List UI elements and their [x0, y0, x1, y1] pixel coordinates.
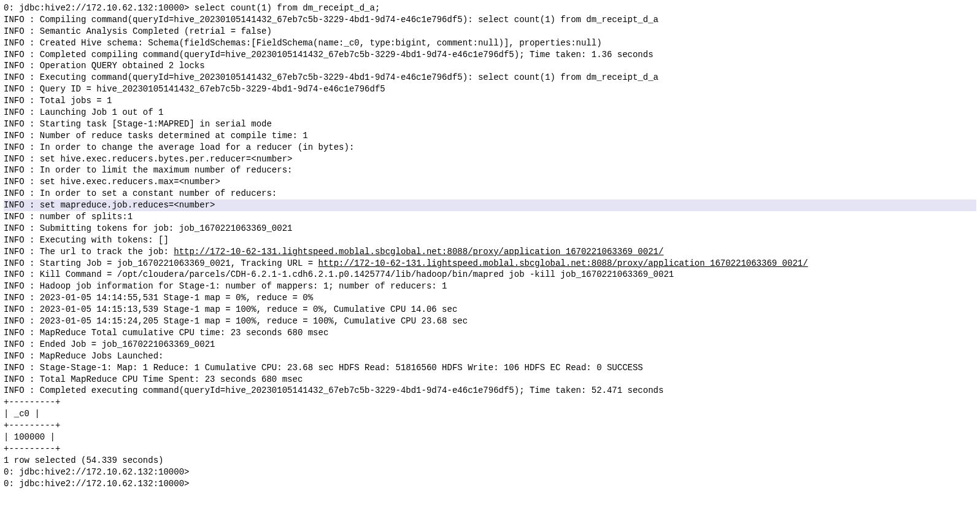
tracking-url-link[interactable]: http://172-10-62-131.lightspeed.moblal.s…: [174, 247, 663, 257]
terminal-line: INFO : set mapreduce.job.reduces=<number…: [4, 200, 976, 211]
line-content: Starting Job = job_1670221063369_0021, T…: [40, 258, 318, 268]
line-content: Operation QUERY obtained 2 locks: [40, 61, 205, 71]
line-content: Query ID = hive_20230105141432_67eb7c5b-…: [40, 84, 385, 94]
line-content: In order to change the average load for …: [40, 142, 354, 152]
line-content: Total MapReduce CPU Time Spent: 23 secon…: [40, 374, 303, 384]
terminal-line: 1 row selected (54.339 seconds): [4, 455, 976, 467]
line-prefix: INFO :: [4, 107, 40, 117]
terminal-line: 0: jdbc:hive2://172.10.62.132:10000>: [4, 467, 976, 478]
line-content: 0: jdbc:hive2://172.10.62.132:10000>: [4, 479, 189, 489]
terminal-line: INFO : Completed executing command(query…: [4, 385, 976, 397]
terminal-line: INFO : 2023-01-05 14:15:24,205 Stage-1 m…: [4, 316, 976, 327]
line-content: Stage-Stage-1: Map: 1 Reduce: 1 Cumulati…: [40, 363, 643, 373]
line-content: Submitting tokens for job: job_167022106…: [40, 223, 293, 233]
line-prefix: INFO :: [4, 26, 40, 36]
line-prefix: INFO :: [4, 247, 40, 257]
terminal-line: INFO : Ended Job = job_1670221063369_002…: [4, 339, 976, 351]
terminal-line: INFO : MapReduce Total cumulative CPU ti…: [4, 327, 976, 339]
terminal-line: INFO : Starting Job = job_1670221063369_…: [4, 258, 976, 269]
line-prefix: INFO :: [4, 15, 40, 25]
line-content: 2023-01-05 14:15:13,539 Stage-1 map = 10…: [40, 304, 458, 314]
line-content: Compiling command(queryId=hive_202301051…: [40, 15, 658, 25]
terminal-line: INFO : Submitting tokens for job: job_16…: [4, 223, 976, 234]
line-content: set hive.exec.reducers.max=<number>: [40, 177, 220, 187]
line-prefix: INFO :: [4, 131, 40, 141]
terminal-line: INFO : In order to change the average lo…: [4, 142, 976, 153]
line-content: select count(1) from dm_receipt_d_a;: [195, 3, 380, 13]
line-content: Total jobs = 1: [40, 96, 112, 106]
line-content: Semantic Analysis Completed (retrial = f…: [40, 26, 272, 36]
line-prefix: INFO :: [4, 293, 40, 303]
line-content: 0: jdbc:hive2://172.10.62.132:10000>: [4, 467, 189, 477]
line-content: Ended Job = job_1670221063369_0021: [40, 339, 215, 349]
terminal-output[interactable]: 0: jdbc:hive2://172.10.62.132:10000> sel…: [4, 2, 976, 489]
terminal-line: INFO : Query ID = hive_20230105141432_67…: [4, 83, 976, 95]
line-content: Launching Job 1 out of 1: [40, 107, 164, 117]
terminal-line: INFO : MapReduce Jobs Launched:: [4, 351, 976, 362]
line-prefix: INFO :: [4, 38, 40, 48]
line-content: | _c0 |: [4, 409, 40, 419]
line-content: number of splits:1: [40, 212, 133, 222]
line-content: Created Hive schema: Schema(fieldSchemas…: [40, 38, 602, 48]
terminal-line: INFO : Operation QUERY obtained 2 locks: [4, 60, 976, 72]
terminal-line: INFO : Completed compiling command(query…: [4, 49, 976, 61]
line-prefix: INFO :: [4, 374, 40, 384]
line-prefix: INFO :: [4, 281, 40, 291]
line-prefix: 0: jdbc:hive2://172.10.62.132:10000>: [4, 3, 195, 13]
line-content: | 100000 |: [4, 432, 55, 442]
terminal-line: INFO : 2023-01-05 14:14:55,531 Stage-1 m…: [4, 292, 976, 304]
line-content: Hadoop job information for Stage-1: numb…: [40, 281, 447, 291]
line-content: +---------+: [4, 420, 60, 430]
line-prefix: INFO :: [4, 96, 40, 106]
terminal-line: +---------+: [4, 397, 976, 408]
line-content: Starting task [Stage-1:MAPRED] in serial…: [40, 119, 272, 129]
line-prefix: INFO :: [4, 142, 40, 152]
line-prefix: INFO :: [4, 72, 40, 82]
terminal-line: 0: jdbc:hive2://172.10.62.132:10000> sel…: [4, 2, 976, 14]
line-prefix: INFO :: [4, 304, 40, 314]
terminal-line: INFO : Launching Job 1 out of 1: [4, 107, 976, 118]
line-prefix: INFO :: [4, 363, 40, 373]
line-content: Executing command(queryId=hive_202301051…: [40, 72, 658, 82]
line-content: Completed compiling command(queryId=hive…: [40, 50, 654, 60]
terminal-line: INFO : Executing with tokens: []: [4, 234, 976, 246]
line-content: 1 row selected (54.339 seconds): [4, 455, 163, 465]
line-prefix: INFO :: [4, 328, 40, 338]
line-content: Executing with tokens: []: [40, 235, 169, 245]
line-content: set hive.exec.reducers.bytes.per.reducer…: [40, 154, 293, 164]
line-prefix: INFO :: [4, 235, 40, 245]
line-prefix: INFO :: [4, 165, 40, 175]
line-prefix: INFO :: [4, 50, 40, 60]
line-content: 2023-01-05 14:14:55,531 Stage-1 map = 0%…: [40, 293, 313, 303]
terminal-line: INFO : In order to limit the maximum num…: [4, 165, 976, 176]
line-prefix: INFO :: [4, 154, 40, 164]
line-prefix: INFO :: [4, 61, 40, 71]
terminal-line: INFO : In order to set a constant number…: [4, 188, 976, 200]
line-prefix: INFO :: [4, 84, 40, 94]
terminal-line: +---------+: [4, 443, 976, 455]
line-prefix: INFO :: [4, 258, 40, 268]
line-prefix: INFO :: [4, 119, 40, 129]
line-prefix: INFO :: [4, 188, 40, 198]
terminal-line: INFO : Kill Command = /opt/cloudera/parc…: [4, 269, 976, 281]
terminal-line: INFO : Semantic Analysis Completed (retr…: [4, 26, 976, 37]
terminal-line: INFO : Created Hive schema: Schema(field…: [4, 37, 976, 49]
terminal-line: | 100000 |: [4, 432, 976, 443]
line-content: Completed executing command(queryId=hive…: [40, 385, 664, 395]
terminal-line: INFO : Hadoop job information for Stage-…: [4, 281, 976, 292]
line-prefix: INFO :: [4, 351, 40, 361]
line-content: MapReduce Jobs Launched:: [40, 351, 164, 361]
line-content: The url to track the job:: [40, 247, 174, 257]
terminal-line: INFO : number of splits:1: [4, 211, 976, 223]
line-content: In order to limit the maximum number of …: [40, 165, 293, 175]
line-prefix: INFO :: [4, 200, 40, 210]
terminal-line: INFO : Total MapReduce CPU Time Spent: 2…: [4, 374, 976, 385]
line-prefix: INFO :: [4, 269, 40, 279]
line-prefix: INFO :: [4, 316, 40, 326]
line-content: MapReduce Total cumulative CPU time: 23 …: [40, 328, 328, 338]
line-content: set mapreduce.job.reduces=<number>: [40, 200, 215, 210]
line-content: +---------+: [4, 397, 60, 407]
line-content: 2023-01-05 14:15:24,205 Stage-1 map = 10…: [40, 316, 468, 326]
line-prefix: INFO :: [4, 212, 40, 222]
tracking-url-link[interactable]: http://172-10-62-131.lightspeed.moblal.s…: [318, 258, 808, 268]
